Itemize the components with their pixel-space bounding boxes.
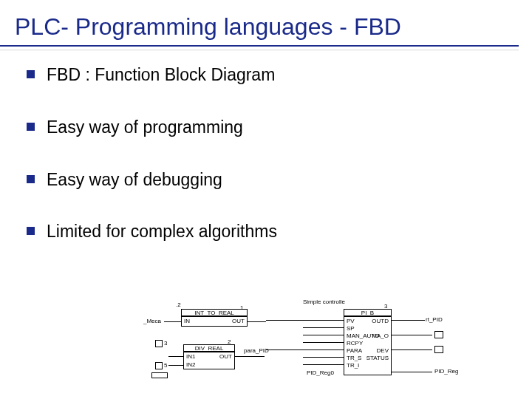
tiny-block	[155, 362, 163, 369]
block-title: DIV_REAL	[183, 344, 235, 352]
wire	[303, 342, 344, 343]
port-in: PARA	[347, 347, 362, 354]
bullet-text: Easy way of programming	[47, 117, 243, 138]
block-body: PV SP MAN_AUTO PARA TR_S TR_I RCPY OUTD …	[344, 316, 392, 375]
wire	[266, 320, 344, 321]
port-in: TR_I	[347, 362, 359, 369]
square-bullet-icon	[27, 123, 35, 131]
port-out: OUT	[219, 353, 232, 360]
port-in: PV	[347, 318, 355, 324]
wire	[392, 349, 432, 350]
bullet-list: FBD : Function Block Diagram Easy way of…	[0, 51, 532, 242]
bullet-text: Easy way of debugging	[47, 169, 222, 191]
port-out: OUTD	[372, 318, 389, 324]
tiny-num: 3	[164, 340, 167, 347]
tiny-num: 5	[164, 362, 167, 369]
list-item: Easy way of debugging	[27, 169, 505, 191]
wire	[392, 372, 432, 372]
tiny-block	[434, 331, 443, 338]
fbd-diagram: Simple controlle .2 1 INT_TO_REAL IN OUT…	[140, 301, 466, 390]
wire	[303, 364, 344, 365]
wire	[303, 327, 344, 328]
block-title: INT_TO_REAL	[181, 309, 248, 316]
wire	[164, 321, 181, 322]
port-in: TR_S	[347, 355, 361, 361]
wire	[248, 321, 266, 322]
block-body: IN OUT	[181, 316, 248, 327]
list-item: Easy way of programming	[27, 117, 505, 138]
square-bullet-icon	[27, 175, 35, 183]
diagram-caption: Simple controlle	[303, 299, 345, 305]
signal-label: PID_Reg0	[307, 369, 334, 376]
block-num: .2	[176, 301, 181, 308]
signal-label: para_PID	[244, 347, 269, 354]
tiny-block	[434, 346, 443, 353]
port-in: IN2	[186, 361, 195, 368]
square-bullet-icon	[27, 227, 35, 235]
list-item: Limited for complex algorithms	[27, 221, 505, 242]
port-out: OUT	[232, 318, 245, 324]
bullet-text: Limited for complex algorithms	[47, 221, 277, 242]
wire	[235, 356, 265, 357]
port-in: IN1	[186, 353, 195, 360]
wire	[168, 365, 183, 366]
list-item: FBD : Function Block Diagram	[27, 64, 505, 86]
slide-title: PLC- Programming languages - FBD	[0, 0, 519, 47]
signal-label: _Meca	[143, 318, 161, 324]
block-title: PI_B	[344, 309, 392, 316]
square-bullet-icon	[27, 70, 35, 78]
block-body: IN1 IN2 OUT	[183, 352, 235, 369]
wire	[303, 335, 344, 335]
port-out: DEV	[377, 347, 389, 354]
wire	[392, 320, 425, 321]
wire	[266, 349, 344, 350]
port-in: SP	[347, 325, 355, 332]
tiny-block	[151, 372, 168, 378]
signal-label: PID_Reg	[434, 368, 458, 375]
signal-label: rt_PID	[426, 316, 443, 323]
bullet-text: FBD : Function Block Diagram	[47, 64, 275, 86]
wire	[303, 357, 344, 358]
port-out: STATUS	[366, 355, 389, 361]
wire	[168, 356, 183, 357]
wire	[392, 335, 432, 335]
port-in: IN	[184, 318, 190, 324]
port-in: RCPY	[347, 340, 363, 347]
tiny-block	[155, 340, 163, 347]
port-out: MA_O	[372, 332, 389, 339]
